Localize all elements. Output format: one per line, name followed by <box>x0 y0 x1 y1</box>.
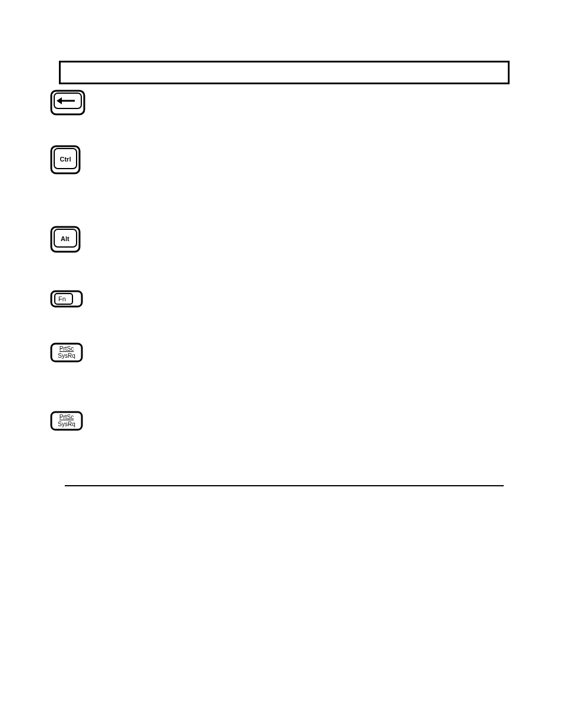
key-prtsc-sysrq-1: PrtSc SysRq <box>50 342 83 364</box>
key-fn-label: Fn <box>58 295 66 302</box>
key-prtsc-label-2: PrtSc <box>59 414 74 420</box>
header-box <box>59 61 510 84</box>
key-alt: Alt <box>50 226 81 254</box>
key-fn: Fn <box>50 290 83 309</box>
key-prtsc-sysrq-2: PrtSc SysRq <box>50 411 83 432</box>
key-ctrl: Ctrl <box>50 145 81 176</box>
key-prtsc-label-1: PrtSc <box>59 345 74 352</box>
key-sysrq-label-2: SysRq <box>58 421 75 427</box>
key-backspace <box>50 90 85 117</box>
horizontal-rule <box>65 485 504 486</box>
key-alt-label: Alt <box>61 235 70 242</box>
key-sysrq-label-1: SysRq <box>58 353 75 359</box>
key-ctrl-label: Ctrl <box>60 156 71 163</box>
